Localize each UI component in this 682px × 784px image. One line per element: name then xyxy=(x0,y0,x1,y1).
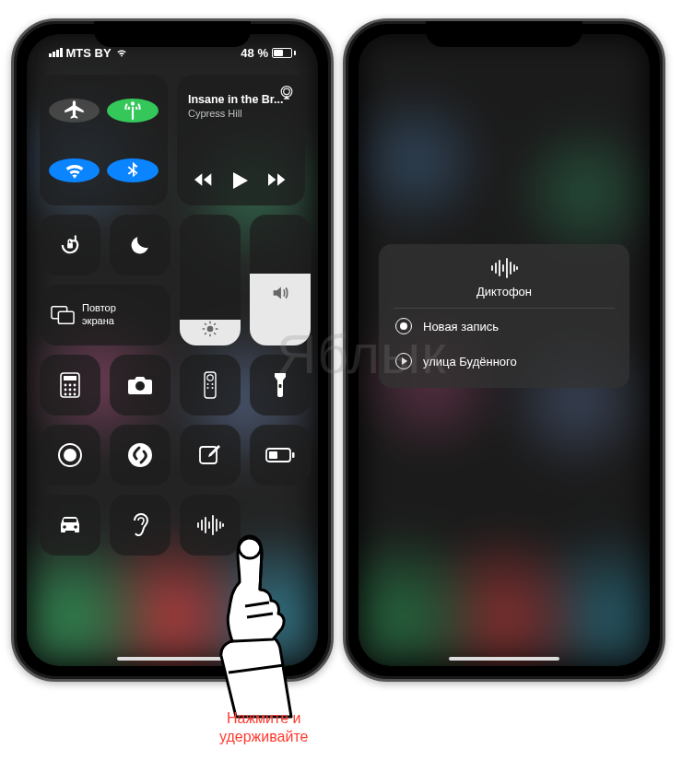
apple-tv-remote-button[interactable] xyxy=(180,355,241,415)
media-play-button[interactable] xyxy=(233,172,248,189)
low-power-mode-toggle[interactable] xyxy=(250,425,311,486)
airplane-icon xyxy=(63,99,87,123)
svg-line-12 xyxy=(205,333,206,334)
airplane-mode-toggle[interactable] xyxy=(49,99,100,123)
battery-percent-label: 48 % xyxy=(241,46,268,60)
svg-point-19 xyxy=(65,389,67,392)
ear-icon xyxy=(129,511,151,539)
notch xyxy=(426,21,582,47)
svg-point-30 xyxy=(207,387,209,389)
svg-line-13 xyxy=(214,323,216,325)
moon-icon xyxy=(128,233,152,257)
screen-mirroring-icon xyxy=(51,305,75,325)
svg-point-23 xyxy=(69,393,72,396)
now-playing-artist: Cypress Hill xyxy=(188,108,242,119)
shazam-button[interactable] xyxy=(110,425,170,486)
flashlight-button[interactable] xyxy=(250,355,311,415)
svg-rect-39 xyxy=(292,452,295,458)
new-recording-label: Новая запись xyxy=(423,320,499,333)
svg-point-21 xyxy=(74,389,76,392)
svg-rect-38 xyxy=(269,451,277,459)
volume-icon xyxy=(270,283,290,303)
waveform-icon xyxy=(488,257,521,279)
play-circle-icon xyxy=(395,353,412,369)
screen-record-icon xyxy=(56,441,84,469)
orientation-lock-icon xyxy=(57,232,83,258)
phone-right: Диктофон Новая запись улица Будённого xyxy=(343,18,665,682)
brightness-slider[interactable] xyxy=(180,215,241,345)
flashlight-icon xyxy=(273,371,288,399)
svg-point-17 xyxy=(69,384,72,387)
volume-slider[interactable] xyxy=(250,215,311,345)
home-indicator xyxy=(449,657,559,661)
cellular-data-toggle[interactable] xyxy=(107,99,158,123)
svg-rect-42 xyxy=(64,519,76,522)
svg-rect-4 xyxy=(58,311,74,323)
cellular-antenna-icon xyxy=(121,99,145,123)
svg-point-41 xyxy=(74,525,77,529)
battery-icon xyxy=(272,48,296,58)
svg-point-28 xyxy=(207,383,209,385)
screen-mirroring-button[interactable]: Повтор экрана xyxy=(40,285,170,345)
calculator-icon xyxy=(60,372,80,398)
wifi-icon xyxy=(63,158,87,182)
media-module[interactable]: Insane in the Br... Cypress Hill xyxy=(177,75,305,205)
recent-recording-action[interactable]: улица Будённого xyxy=(394,344,615,379)
svg-point-31 xyxy=(212,387,214,389)
wifi-status-icon xyxy=(115,46,128,59)
svg-point-29 xyxy=(212,383,214,385)
airplay-icon[interactable] xyxy=(277,84,296,102)
carplay-button[interactable] xyxy=(40,495,100,556)
brightness-icon xyxy=(201,320,219,338)
svg-point-27 xyxy=(207,375,213,380)
svg-point-16 xyxy=(65,384,67,387)
record-dot-icon xyxy=(395,318,412,334)
remote-icon xyxy=(204,371,217,399)
media-prev-button[interactable] xyxy=(194,172,213,189)
svg-rect-26 xyxy=(205,372,216,398)
svg-line-11 xyxy=(214,333,216,334)
svg-point-0 xyxy=(281,87,292,98)
svg-point-1 xyxy=(284,88,290,95)
screen-record-button[interactable] xyxy=(40,425,100,486)
carrier-label: MTS BY xyxy=(66,46,112,60)
notch xyxy=(94,21,251,47)
svg-point-18 xyxy=(74,384,76,387)
svg-point-22 xyxy=(65,393,67,396)
calculator-button[interactable] xyxy=(40,355,100,415)
svg-point-40 xyxy=(63,525,66,529)
svg-point-5 xyxy=(207,326,214,333)
shazam-icon xyxy=(126,441,154,469)
orientation-lock-toggle[interactable] xyxy=(40,215,100,275)
svg-point-24 xyxy=(74,393,76,396)
bluetooth-icon xyxy=(123,158,143,182)
svg-rect-32 xyxy=(279,384,282,388)
do-not-disturb-toggle[interactable] xyxy=(110,215,170,275)
media-next-button[interactable] xyxy=(268,172,287,189)
recent-recording-label: улица Будённого xyxy=(423,355,517,369)
wifi-toggle[interactable] xyxy=(49,158,100,182)
svg-point-34 xyxy=(64,449,76,462)
svg-rect-2 xyxy=(67,243,73,249)
pointing-hand-illustration xyxy=(181,534,310,719)
new-recording-action[interactable]: Новая запись xyxy=(394,309,615,344)
bluetooth-toggle[interactable] xyxy=(107,158,158,182)
svg-rect-15 xyxy=(64,376,76,380)
context-menu-title: Диктофон xyxy=(476,285,532,298)
hearing-button[interactable] xyxy=(110,495,170,556)
battery-icon xyxy=(265,447,295,463)
instruction-caption: Нажмите и удерживайте xyxy=(219,709,308,746)
car-icon xyxy=(56,515,84,535)
compose-icon xyxy=(198,443,222,467)
cellular-signal-icon xyxy=(49,48,63,57)
waveform-icon xyxy=(195,514,225,536)
svg-line-10 xyxy=(205,323,206,325)
notes-button[interactable] xyxy=(180,425,241,486)
screen-mirroring-label: Повтор экрана xyxy=(82,302,116,328)
svg-point-25 xyxy=(135,381,145,391)
voice-memos-context-menu: Диктофон Новая запись улица Будённого xyxy=(379,244,629,388)
camera-icon xyxy=(126,374,154,396)
connectivity-module xyxy=(40,75,168,205)
camera-button[interactable] xyxy=(110,355,170,415)
svg-point-20 xyxy=(69,389,72,392)
